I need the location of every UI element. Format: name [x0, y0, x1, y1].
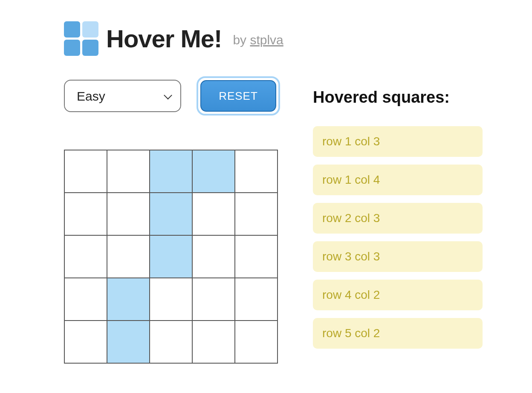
grid-cell[interactable]: [150, 321, 192, 363]
grid-cell[interactable]: [235, 321, 278, 363]
grid-cell[interactable]: [107, 278, 150, 321]
grid-cell[interactable]: [107, 193, 150, 235]
grid-cell[interactable]: [64, 193, 107, 235]
hovered-item: row 2 col 3: [313, 203, 483, 234]
grid-cell[interactable]: [64, 235, 107, 278]
header: Hover Me! by stplva: [64, 21, 499, 56]
grid-cell[interactable]: [150, 150, 192, 193]
hovered-sidebar: Hovered squares: row 1 col 3row 1 col 4r…: [313, 88, 499, 349]
grid-cell[interactable]: [150, 278, 192, 321]
grid-cell[interactable]: [150, 235, 192, 278]
byline-prefix: by: [233, 33, 250, 47]
grid-cell[interactable]: [192, 235, 235, 278]
grid-cell[interactable]: [192, 193, 235, 235]
grid-cell[interactable]: [107, 150, 150, 193]
reset-button[interactable]: RESET: [200, 80, 276, 112]
app-logo-icon: [64, 21, 98, 56]
grid-cell[interactable]: [64, 150, 107, 193]
byline: by stplva: [233, 33, 283, 47]
difficulty-select-wrapper: Easy: [64, 80, 181, 112]
page-title: Hover Me!: [106, 24, 222, 53]
grid-cell[interactable]: [192, 150, 235, 193]
reset-button-focus-ring: RESET: [197, 76, 280, 116]
grid-cell[interactable]: [64, 278, 107, 321]
grid-cell[interactable]: [107, 321, 150, 363]
difficulty-select[interactable]: Easy: [64, 80, 181, 112]
grid-cell[interactable]: [192, 321, 235, 363]
grid-cell[interactable]: [64, 321, 107, 363]
hovered-item: row 4 col 2: [313, 280, 483, 310]
grid-cell[interactable]: [235, 193, 278, 235]
hovered-item: row 5 col 2: [313, 318, 483, 349]
hovered-item: row 1 col 3: [313, 126, 483, 157]
grid-cell[interactable]: [235, 150, 278, 193]
game-grid[interactable]: [64, 150, 278, 364]
grid-cell[interactable]: [235, 235, 278, 278]
hovered-item: row 1 col 4: [313, 165, 483, 195]
grid-cell[interactable]: [235, 278, 278, 321]
grid-cell[interactable]: [192, 278, 235, 321]
grid-cell[interactable]: [150, 193, 192, 235]
hovered-title: Hovered squares:: [313, 88, 499, 107]
hovered-item: row 3 col 3: [313, 241, 483, 272]
author-link[interactable]: stplva: [250, 33, 283, 47]
hovered-list: row 1 col 3row 1 col 4row 2 col 3row 3 c…: [313, 126, 499, 349]
grid-cell[interactable]: [107, 235, 150, 278]
